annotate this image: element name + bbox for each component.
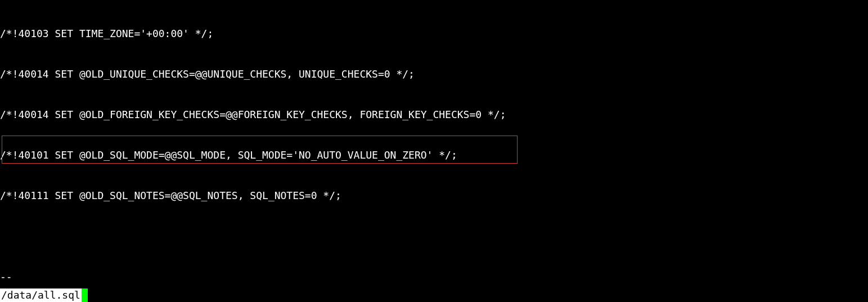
sql-line: /*!40014 SET @OLD_UNIQUE_CHECKS=@@UNIQUE… — [0, 67, 868, 81]
blank-line — [0, 229, 868, 243]
pager-status-bar: /data/all.sql — [0, 289, 88, 302]
cursor-icon — [82, 289, 88, 302]
sql-line: /*!40111 SET @OLD_SQL_NOTES=@@SQL_NOTES,… — [0, 189, 868, 202]
sql-line: /*!40101 SET @OLD_SQL_MODE=@@SQL_MODE, S… — [0, 148, 868, 162]
terminal-output[interactable]: /*!40103 SET TIME_ZONE='+00:00' */; /*!4… — [0, 0, 868, 302]
file-path: /data/all.sql — [0, 289, 82, 302]
sql-line: /*!40014 SET @OLD_FOREIGN_KEY_CHECKS=@@F… — [0, 108, 868, 121]
comment-line: -- — [0, 270, 868, 283]
sql-line: /*!40103 SET TIME_ZONE='+00:00' */; — [0, 27, 868, 40]
